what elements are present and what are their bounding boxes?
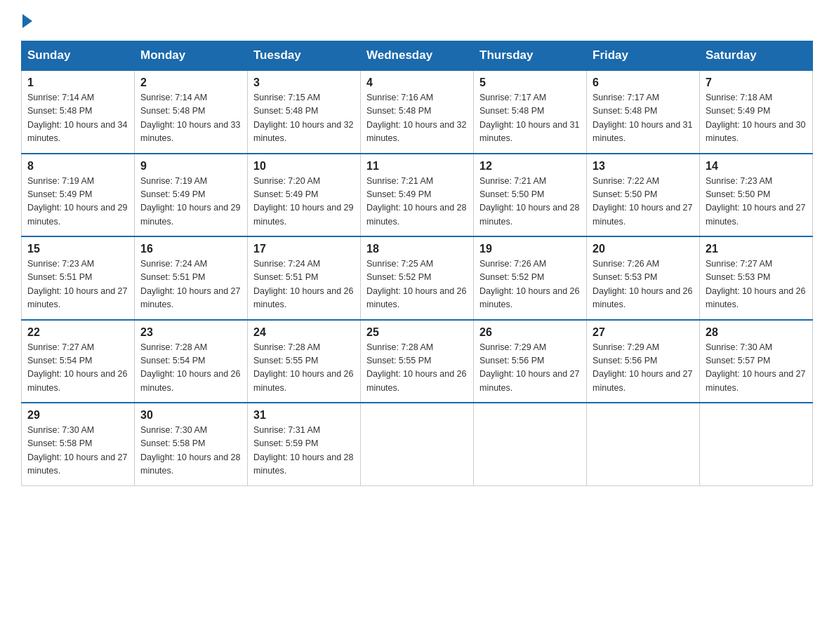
calendar-week-row: 15 Sunrise: 7:23 AMSunset: 5:51 PMDaylig… <box>22 236 813 320</box>
calendar-cell: 25 Sunrise: 7:28 AMSunset: 5:55 PMDaylig… <box>361 320 474 403</box>
calendar-table: SundayMondayTuesdayWednesdayThursdayFrid… <box>21 41 813 486</box>
day-number: 17 <box>253 243 355 255</box>
weekday-header-thursday: Thursday <box>474 41 587 71</box>
calendar-cell <box>700 403 813 485</box>
day-number: 15 <box>27 243 128 255</box>
day-number: 2 <box>140 76 241 89</box>
day-info: Sunrise: 7:28 AMSunset: 5:55 PMDaylight:… <box>366 342 466 393</box>
day-info: Sunrise: 7:20 AMSunset: 5:49 PMDaylight:… <box>253 176 353 227</box>
calendar-cell: 19 Sunrise: 7:26 AMSunset: 5:52 PMDaylig… <box>474 236 587 320</box>
day-number: 19 <box>479 243 581 255</box>
calendar-week-row: 29 Sunrise: 7:30 AMSunset: 5:58 PMDaylig… <box>22 403 813 485</box>
logo <box>21 14 34 28</box>
day-number: 30 <box>140 409 241 422</box>
calendar-cell: 30 Sunrise: 7:30 AMSunset: 5:58 PMDaylig… <box>135 403 248 485</box>
day-number: 11 <box>366 160 468 173</box>
weekday-header-friday: Friday <box>587 41 700 71</box>
logo-arrow-icon <box>22 14 32 28</box>
day-info: Sunrise: 7:23 AMSunset: 5:51 PMDaylight:… <box>27 259 127 309</box>
calendar-cell: 20 Sunrise: 7:26 AMSunset: 5:53 PMDaylig… <box>587 236 700 320</box>
calendar-cell <box>474 403 587 485</box>
page-header <box>21 14 813 28</box>
day-number: 5 <box>479 76 581 89</box>
day-info: Sunrise: 7:17 AMSunset: 5:48 PMDaylight:… <box>479 93 579 143</box>
calendar-cell: 24 Sunrise: 7:28 AMSunset: 5:55 PMDaylig… <box>248 320 361 403</box>
day-number: 10 <box>253 160 355 173</box>
calendar-cell: 29 Sunrise: 7:30 AMSunset: 5:58 PMDaylig… <box>22 403 135 485</box>
day-number: 22 <box>27 326 128 339</box>
calendar-cell: 17 Sunrise: 7:24 AMSunset: 5:51 PMDaylig… <box>248 236 361 320</box>
calendar-cell: 9 Sunrise: 7:19 AMSunset: 5:49 PMDayligh… <box>135 154 248 237</box>
day-number: 13 <box>593 160 694 173</box>
day-number: 14 <box>706 160 807 173</box>
calendar-cell: 8 Sunrise: 7:19 AMSunset: 5:49 PMDayligh… <box>22 154 135 237</box>
calendar-cell: 31 Sunrise: 7:31 AMSunset: 5:59 PMDaylig… <box>248 403 361 485</box>
day-info: Sunrise: 7:30 AMSunset: 5:58 PMDaylight:… <box>27 425 127 476</box>
day-info: Sunrise: 7:14 AMSunset: 5:48 PMDaylight:… <box>27 93 127 143</box>
day-info: Sunrise: 7:19 AMSunset: 5:49 PMDaylight:… <box>27 176 127 227</box>
day-number: 3 <box>253 76 355 89</box>
calendar-cell: 18 Sunrise: 7:25 AMSunset: 5:52 PMDaylig… <box>361 236 474 320</box>
calendar-cell: 27 Sunrise: 7:29 AMSunset: 5:56 PMDaylig… <box>587 320 700 403</box>
day-number: 31 <box>253 409 355 422</box>
weekday-header-monday: Monday <box>135 41 248 71</box>
day-info: Sunrise: 7:28 AMSunset: 5:54 PMDaylight:… <box>140 342 240 393</box>
day-number: 28 <box>706 326 807 339</box>
weekday-header-saturday: Saturday <box>700 41 813 71</box>
day-info: Sunrise: 7:26 AMSunset: 5:53 PMDaylight:… <box>593 259 692 309</box>
day-info: Sunrise: 7:24 AMSunset: 5:51 PMDaylight:… <box>140 259 240 309</box>
day-info: Sunrise: 7:31 AMSunset: 5:59 PMDaylight:… <box>253 425 353 476</box>
calendar-cell: 16 Sunrise: 7:24 AMSunset: 5:51 PMDaylig… <box>135 236 248 320</box>
calendar-cell: 4 Sunrise: 7:16 AMSunset: 5:48 PMDayligh… <box>361 70 474 154</box>
day-info: Sunrise: 7:27 AMSunset: 5:53 PMDaylight:… <box>706 259 805 309</box>
day-number: 6 <box>593 76 694 89</box>
calendar-cell: 26 Sunrise: 7:29 AMSunset: 5:56 PMDaylig… <box>474 320 587 403</box>
weekday-header-wednesday: Wednesday <box>361 41 474 71</box>
day-info: Sunrise: 7:18 AMSunset: 5:49 PMDaylight:… <box>706 93 805 143</box>
day-number: 25 <box>366 326 468 339</box>
day-number: 12 <box>479 160 581 173</box>
day-number: 9 <box>140 160 241 173</box>
day-number: 4 <box>366 76 468 89</box>
day-number: 8 <box>27 160 128 173</box>
weekday-header-row: SundayMondayTuesdayWednesdayThursdayFrid… <box>22 41 813 71</box>
day-info: Sunrise: 7:22 AMSunset: 5:50 PMDaylight:… <box>593 176 692 227</box>
day-number: 27 <box>593 326 694 339</box>
calendar-cell: 3 Sunrise: 7:15 AMSunset: 5:48 PMDayligh… <box>248 70 361 154</box>
calendar-cell: 15 Sunrise: 7:23 AMSunset: 5:51 PMDaylig… <box>22 236 135 320</box>
calendar-cell: 13 Sunrise: 7:22 AMSunset: 5:50 PMDaylig… <box>587 154 700 237</box>
day-info: Sunrise: 7:23 AMSunset: 5:50 PMDaylight:… <box>706 176 805 227</box>
day-number: 29 <box>27 409 128 422</box>
calendar-week-row: 1 Sunrise: 7:14 AMSunset: 5:48 PMDayligh… <box>22 70 813 154</box>
day-number: 18 <box>366 243 468 255</box>
day-number: 23 <box>140 326 241 339</box>
day-info: Sunrise: 7:21 AMSunset: 5:49 PMDaylight:… <box>366 176 466 227</box>
day-number: 26 <box>479 326 581 339</box>
day-info: Sunrise: 7:29 AMSunset: 5:56 PMDaylight:… <box>479 342 579 393</box>
calendar-cell: 7 Sunrise: 7:18 AMSunset: 5:49 PMDayligh… <box>700 70 813 154</box>
day-number: 7 <box>706 76 807 89</box>
day-number: 24 <box>253 326 355 339</box>
day-info: Sunrise: 7:30 AMSunset: 5:58 PMDaylight:… <box>140 425 240 476</box>
calendar-week-row: 22 Sunrise: 7:27 AMSunset: 5:54 PMDaylig… <box>22 320 813 403</box>
day-info: Sunrise: 7:28 AMSunset: 5:55 PMDaylight:… <box>253 342 353 393</box>
day-info: Sunrise: 7:21 AMSunset: 5:50 PMDaylight:… <box>479 176 579 227</box>
calendar-cell: 2 Sunrise: 7:14 AMSunset: 5:48 PMDayligh… <box>135 70 248 154</box>
calendar-cell: 5 Sunrise: 7:17 AMSunset: 5:48 PMDayligh… <box>474 70 587 154</box>
day-info: Sunrise: 7:25 AMSunset: 5:52 PMDaylight:… <box>366 259 466 309</box>
day-number: 16 <box>140 243 241 255</box>
day-info: Sunrise: 7:17 AMSunset: 5:48 PMDaylight:… <box>593 93 692 143</box>
calendar-cell: 23 Sunrise: 7:28 AMSunset: 5:54 PMDaylig… <box>135 320 248 403</box>
calendar-cell: 14 Sunrise: 7:23 AMSunset: 5:50 PMDaylig… <box>700 154 813 237</box>
weekday-header-sunday: Sunday <box>22 41 135 71</box>
calendar-cell: 11 Sunrise: 7:21 AMSunset: 5:49 PMDaylig… <box>361 154 474 237</box>
day-info: Sunrise: 7:19 AMSunset: 5:49 PMDaylight:… <box>140 176 240 227</box>
calendar-cell: 28 Sunrise: 7:30 AMSunset: 5:57 PMDaylig… <box>700 320 813 403</box>
calendar-week-row: 8 Sunrise: 7:19 AMSunset: 5:49 PMDayligh… <box>22 154 813 237</box>
calendar-cell: 10 Sunrise: 7:20 AMSunset: 5:49 PMDaylig… <box>248 154 361 237</box>
weekday-header-tuesday: Tuesday <box>248 41 361 71</box>
calendar-cell: 21 Sunrise: 7:27 AMSunset: 5:53 PMDaylig… <box>700 236 813 320</box>
day-info: Sunrise: 7:24 AMSunset: 5:51 PMDaylight:… <box>253 259 353 309</box>
day-info: Sunrise: 7:14 AMSunset: 5:48 PMDaylight:… <box>140 93 240 143</box>
day-info: Sunrise: 7:30 AMSunset: 5:57 PMDaylight:… <box>706 342 805 393</box>
